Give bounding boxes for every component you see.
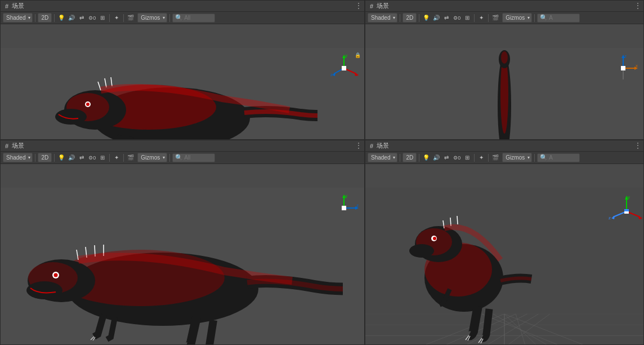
shading-dropdown-top[interactable]: Shaded	[368, 13, 397, 23]
svg-rect-16	[342, 66, 346, 70]
cam-icon-left[interactable]: 🎬	[126, 153, 135, 162]
gizmo-left: y z	[328, 192, 360, 224]
gizmos-dropdown-persp[interactable]: Gizmos	[502, 153, 532, 162]
search-input-persp[interactable]	[549, 154, 577, 161]
zero-label-iso: ⚙0	[87, 15, 97, 21]
sep5-left	[169, 154, 170, 162]
sep5-top	[534, 14, 535, 22]
light-icon-persp[interactable]: 💡	[422, 153, 431, 162]
move-icon-top[interactable]: ⇄	[442, 14, 451, 23]
grid-icon-persp[interactable]: ⊞	[463, 153, 472, 162]
effects-icon-left[interactable]: ✦	[112, 153, 121, 162]
light-icon-iso[interactable]: 💡	[57, 14, 66, 23]
move-icon-iso[interactable]: ⇄	[77, 14, 86, 23]
light-icon-left[interactable]: 💡	[57, 153, 66, 162]
svg-text:z: z	[356, 203, 359, 208]
content-left: y z ≡ Left	[1, 188, 364, 345]
audio-icon-top[interactable]: 🔊	[432, 14, 441, 23]
2d-btn-top[interactable]: 2D	[402, 13, 417, 23]
scene-label-iso: 场景	[12, 2, 24, 10]
svg-rect-79	[624, 209, 629, 211]
svg-marker-76	[611, 216, 615, 219]
svg-point-36	[54, 273, 58, 277]
viewport-persp[interactable]: # 场景 ⋮ Shaded 2D 💡 🔊 ⇄ ⚙0 ⊞ ✦ 🎬 Gizmos 🔍	[365, 140, 644, 345]
2d-btn-persp[interactable]: 2D	[402, 153, 417, 162]
move-icon-persp[interactable]: ⇄	[442, 153, 451, 162]
cam-icon-persp[interactable]: 🎬	[491, 153, 500, 162]
content-top: z x ≡ Top	[365, 48, 643, 140]
shading-dropdown-persp[interactable]: Shaded	[368, 153, 397, 162]
overflow-btn-persp[interactable]: ⋮	[634, 141, 641, 149]
toolbar-top: Shaded 2D 💡 🔊 ⇄ ⚙0 ⊞ ✦ 🎬 Gizmos 🔍	[365, 12, 643, 24]
sep1-top	[400, 14, 400, 22]
search-input-iso[interactable]	[184, 15, 212, 21]
viewport-top[interactable]: # 场景 ⋮ Shaded 2D 💡 🔊 ⇄ ⚙0 ⊞ ✦ 🎬 Gizmos 🔍	[365, 0, 644, 140]
search-icon-top: 🔍	[540, 14, 548, 21]
grid-icon-left[interactable]: ⊞	[98, 153, 107, 162]
grid-icon-top[interactable]: ⊞	[463, 14, 472, 23]
scene-label-persp: 场景	[377, 141, 389, 150]
shading-dropdown-iso[interactable]: Shaded	[3, 13, 33, 23]
search-box-iso[interactable]: 🔍	[172, 14, 215, 23]
svg-point-34	[26, 281, 62, 299]
zero-label-left: ⚙0	[87, 155, 97, 161]
gizmos-dropdown-left[interactable]: Gizmos	[137, 153, 167, 162]
svg-rect-29	[621, 66, 625, 70]
hash-icon-persp: #	[370, 143, 373, 149]
audio-icon-left[interactable]: 🔊	[67, 153, 76, 162]
search-input-left[interactable]	[184, 154, 212, 161]
svg-text:z: z	[330, 72, 333, 77]
sep4-left	[123, 154, 124, 162]
light-icon-top[interactable]: 💡	[422, 14, 431, 23]
sep3-top	[474, 14, 475, 22]
viewport-left[interactable]: # 场景 ⋮ Shaded 2D 💡 🔊 ⇄ ⚙0 ⊞ ✦ 🎬 Gizmos 🔍	[0, 140, 365, 345]
sep4-iso	[123, 14, 124, 22]
2d-btn-left[interactable]: 2D	[38, 153, 52, 162]
effects-icon-iso[interactable]: ✦	[112, 14, 121, 23]
search-box-top[interactable]: 🔍	[537, 14, 580, 23]
svg-text:y: y	[345, 193, 347, 198]
gizmos-dropdown-iso[interactable]: Gizmos	[137, 13, 167, 23]
sep3-persp	[474, 154, 475, 162]
sep2-left	[54, 154, 55, 162]
sep3-left	[109, 154, 110, 162]
audio-icon-persp[interactable]: 🔊	[432, 153, 441, 162]
hash-icon-top: #	[370, 3, 373, 10]
titlebar-iso: # 场景 ⋮	[1, 1, 364, 12]
sep3-iso	[109, 14, 110, 22]
overflow-btn-left[interactable]: ⋮	[355, 141, 362, 149]
svg-rect-45	[342, 206, 346, 210]
sep4-persp	[488, 154, 489, 162]
search-box-persp[interactable]: 🔍	[537, 153, 580, 162]
audio-icon-iso[interactable]: 🔊	[67, 14, 76, 23]
svg-text:x: x	[636, 63, 638, 68]
2d-btn-iso[interactable]: 2D	[38, 13, 52, 23]
toolbar-persp: Shaded 2D 💡 🔊 ⇄ ⚙0 ⊞ ✦ 🎬 Gizmos 🔍	[365, 152, 643, 164]
lock-icon-iso: 🔒	[355, 52, 361, 58]
gizmos-dropdown-top[interactable]: Gizmos	[502, 13, 532, 23]
svg-text:x: x	[356, 72, 359, 77]
overflow-btn-top[interactable]: ⋮	[634, 2, 641, 10]
search-box-left[interactable]: 🔍	[172, 153, 215, 162]
main-layout: # 场景 ⋮ Shaded 2D 💡 🔊 ⇄ ⚙0 ⊞ ✦ 🎬 Gizmos 🔍	[0, 0, 644, 345]
effects-icon-top[interactable]: ✦	[477, 14, 486, 23]
search-icon-left: 🔍	[175, 154, 183, 161]
sep1-iso	[35, 14, 35, 22]
sep2-persp	[419, 154, 419, 162]
overflow-btn-iso[interactable]: ⋮	[355, 2, 362, 10]
titlebar-left: # 场景 ⋮	[1, 140, 364, 152]
shading-dropdown-left[interactable]: Shaded	[3, 153, 33, 162]
titlebar-persp: # 场景 ⋮	[365, 140, 643, 152]
dino-left	[1, 188, 364, 345]
sep2-top	[419, 14, 419, 22]
dino-persp	[393, 193, 534, 345]
move-icon-left[interactable]: ⇄	[77, 153, 86, 162]
search-input-top[interactable]	[549, 15, 577, 21]
grid-icon-iso[interactable]: ⊞	[98, 14, 107, 23]
cam-icon-iso[interactable]: 🎬	[126, 14, 135, 23]
viewport-iso[interactable]: # 场景 ⋮ Shaded 2D 💡 🔊 ⇄ ⚙0 ⊞ ✦ 🎬 Gizmos 🔍	[0, 0, 365, 140]
effects-icon-persp[interactable]: ✦	[477, 153, 486, 162]
svg-point-66	[409, 244, 434, 258]
cam-icon-top[interactable]: 🎬	[491, 14, 500, 23]
gizmo-top: z x	[607, 52, 639, 84]
